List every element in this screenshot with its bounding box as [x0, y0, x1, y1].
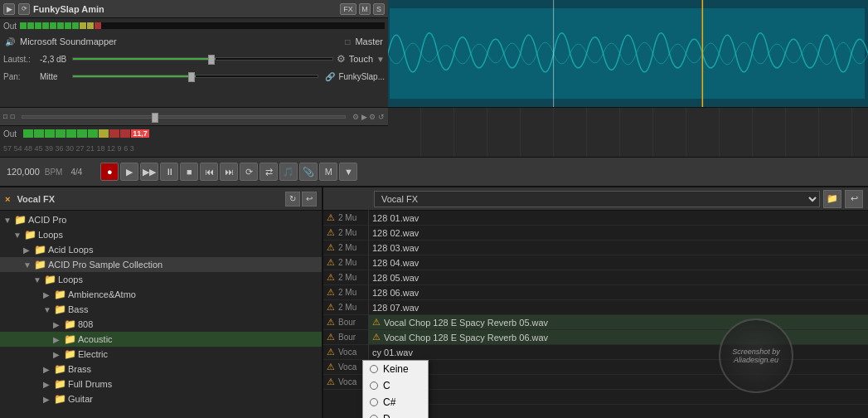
meter-seg: [65, 22, 71, 29]
file-row[interactable]: ⚠Voca: [323, 375, 368, 390]
file-row-1[interactable]: 128 01.wav: [369, 211, 868, 226]
track1-power-btn[interactable]: ▶: [3, 3, 15, 15]
transport-sync-btn[interactable]: 📎: [299, 163, 318, 181]
menu-item-c[interactable]: C: [363, 377, 428, 394]
file-row-5[interactable]: 128 05.wav: [369, 270, 868, 285]
pan-slider-track[interactable]: [72, 75, 318, 78]
refresh-btn[interactable]: ↩: [845, 190, 863, 208]
track2-btn2[interactable]: □: [11, 113, 15, 120]
path-selector[interactable]: Vocal FX: [374, 191, 820, 207]
file-row-7[interactable]: 128 07.wav: [369, 300, 868, 315]
file-row[interactable]: ⚠2 Mu: [323, 255, 368, 270]
tree-item-bass[interactable]: ▼ 📁 Bass: [0, 302, 322, 317]
file-row[interactable]: ⚠Voca: [323, 360, 368, 375]
browse-folder-btn[interactable]: 📁: [823, 190, 841, 208]
track1-loop-btn[interactable]: ⟳: [18, 3, 30, 15]
tree-item-acoustic[interactable]: ▶ 📁 Acoustic: [0, 332, 322, 347]
track2-thumb[interactable]: [152, 113, 158, 123]
transport-play-btn[interactable]: ▶: [120, 163, 138, 181]
file-row[interactable]: ⚠2 Mu: [323, 270, 368, 285]
tree-item-ambience[interactable]: ▶ 📁 Ambience&Atmo: [0, 287, 322, 302]
tree-item-acidsample[interactable]: ▼ 📁 ACID Pro Sample Collection: [0, 257, 322, 272]
meter-seg: [27, 22, 34, 29]
chevron-icon: ▼: [23, 260, 33, 270]
browser-refresh-btn[interactable]: ↻: [285, 192, 300, 207]
tree-item-electric[interactable]: ▶ 📁 Electric: [0, 347, 322, 362]
track2-slider[interactable]: [22, 115, 347, 119]
folder-icon: 📁: [43, 274, 56, 285]
file-row[interactable]: ⚠Bour: [323, 330, 368, 345]
transport-play2-btn[interactable]: ▶▶: [140, 163, 158, 181]
file-row[interactable]: ⚠2 Mu: [323, 211, 368, 226]
file-row-13[interactable]: cy 04.wav: [369, 390, 868, 405]
tree-item-loops1[interactable]: ▼ 📁 Loops: [0, 227, 322, 242]
volume-slider-track[interactable]: [72, 57, 333, 61]
transport-midi-btn[interactable]: M: [319, 163, 337, 181]
right-panel: Vocal FX 📁 ↩ 128 01.wav 128 02.wav 128 0…: [369, 187, 868, 418]
transport-pause-btn[interactable]: ⏸: [160, 163, 178, 181]
track1-solo-btn[interactable]: S: [373, 3, 385, 15]
warn-icon: ⚠: [327, 212, 335, 223]
tree-item-808[interactable]: ▶ 📁 808: [0, 317, 322, 332]
meter-red: [120, 129, 130, 138]
file-row[interactable]: ⚠Voca: [323, 345, 368, 360]
warn-icon: ⚠: [327, 227, 335, 238]
chevron-icon: ▶: [23, 245, 33, 255]
pan-thumb[interactable]: [188, 72, 195, 82]
file-row[interactable]: ⚠2 Mu: [323, 241, 368, 255]
file-row[interactable]: ⚠2 Mu: [323, 300, 368, 315]
track2-btn[interactable]: □: [3, 113, 7, 120]
chevron-icon: ▶: [43, 395, 53, 404]
tree-item-acidpro[interactable]: ▼ 📁 ACID Pro: [0, 212, 322, 227]
volume-gear-icon[interactable]: ⚙: [337, 53, 346, 65]
track2-titlebar: □ □ ⚙ ▶ ⚙ ↺: [0, 108, 388, 126]
tree-item-fulldrums[interactable]: ▶ 📁 Full Drums: [0, 377, 322, 391]
transport-begin-btn[interactable]: ⏮: [200, 163, 218, 181]
file-row-9[interactable]: ⚠Vocal Chop 128 E Spacy Reverb 06.wav: [369, 330, 868, 345]
file-row-2[interactable]: 128 02.wav: [369, 226, 868, 241]
transport-shuffle-btn[interactable]: ⇄: [259, 163, 278, 181]
menu-item-d[interactable]: D: [363, 411, 428, 418]
track2-out-row: Out 11,7: [0, 126, 388, 141]
transport-bar: 120,000 BPM 4/4 ● ▶ ▶▶ ⏸ ■ ⏮ ⏭ ⟳ ⇄ 🎵 📎 M…: [0, 158, 868, 187]
menu-item-csharp[interactable]: C#: [363, 394, 428, 411]
tree-item-acidloops[interactable]: ▶ 📁 Acid Loops: [0, 242, 322, 257]
tree-label-acidloops: Acid Loops: [48, 245, 93, 255]
tree-item-loops2[interactable]: ▼ 📁 Loops: [0, 272, 322, 287]
file-row-8[interactable]: ⚠Vocal Chop 128 E Spacy Reverb 05.wav: [369, 315, 868, 330]
file-row-3[interactable]: 128 03.wav: [369, 241, 868, 255]
tree-label-electric: Electric: [78, 349, 108, 359]
tree-item-guitar[interactable]: ▶ 📁 Guitar: [0, 391, 322, 406]
file-row[interactable]: ⚠Bour: [323, 315, 368, 330]
transport-stop-btn[interactable]: ■: [180, 163, 198, 181]
track1-pan-row: Pan: Mitte 🔗 FunkySlap...: [0, 68, 388, 85]
file-row[interactable]: ⚠2 Mu: [323, 285, 368, 300]
file-row-12[interactable]: cy 03.wav: [369, 375, 868, 390]
warn-icon: ⚠: [327, 317, 335, 328]
key-dropdown-menu: Keine C C# D D# E F F#: [362, 360, 429, 418]
transport-loop-btn[interactable]: ⟳: [240, 163, 258, 181]
chevron-icon: ▼: [13, 231, 23, 240]
file-row-6[interactable]: 128 06.wav: [369, 285, 868, 300]
touch-dropdown-arrow[interactable]: ▼: [376, 55, 385, 64]
tree-label-fulldrums: Full Drums: [68, 379, 112, 389]
transport-end-btn[interactable]: ⏭: [220, 163, 238, 181]
menu-item-keine[interactable]: Keine: [363, 361, 428, 377]
bpm-unit: BPM: [45, 168, 63, 177]
transport-metro-btn[interactable]: 🎵: [279, 163, 298, 181]
browser-close-icon[interactable]: ×: [5, 194, 10, 204]
file-name-list[interactable]: 128 01.wav 128 02.wav 128 03.wav 128 04.…: [369, 211, 868, 418]
chevron-icon: ▶: [43, 380, 53, 389]
track1-mute-btn[interactable]: M: [359, 3, 371, 15]
browser-tree[interactable]: ▼ 📁 ACID Pro ▼ 📁 Loops ▶ 📁 Acid Loops ▼ …: [0, 211, 322, 418]
track1-fx-btn[interactable]: FX: [340, 3, 356, 15]
file-row[interactable]: ⚠2 Mu: [323, 226, 368, 241]
volume-thumb[interactable]: [208, 55, 215, 65]
transport-record-btn[interactable]: ●: [100, 163, 119, 181]
tree-item-brass[interactable]: ▶ 📁 Brass: [0, 362, 322, 377]
file-row-4[interactable]: 128 04.wav: [369, 255, 868, 270]
file-row-11[interactable]: cy 02.wav: [369, 360, 868, 375]
file-row-14[interactable]: cy 05.wav: [369, 405, 868, 418]
transport-more-btn[interactable]: ▼: [339, 163, 357, 181]
browser-back-btn[interactable]: ↩: [302, 192, 317, 207]
